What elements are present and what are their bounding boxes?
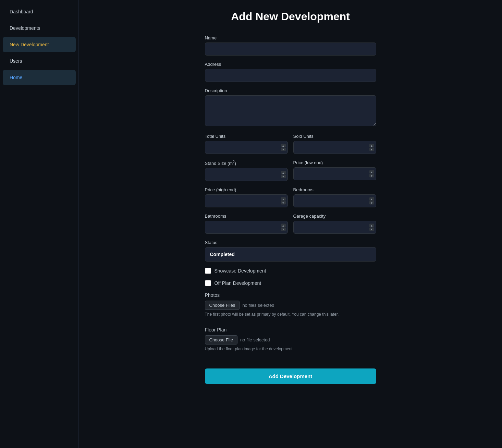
price-low-up[interactable]: ▲: [369, 170, 374, 174]
garage-input[interactable]: [293, 221, 376, 234]
stand-size-group: Stand Size (m2) ▲ ▼: [205, 160, 288, 181]
units-row: Total Units ▲ ▼ Sold Units ▲ ▼: [205, 134, 376, 160]
garage-up[interactable]: ▲: [369, 224, 374, 227]
floorplan-input-row: Choose File no file selected: [205, 335, 376, 344]
photos-input-row: Choose Files no files selected: [205, 301, 376, 310]
price-low-wrapper: ▲ ▼: [293, 167, 376, 180]
bedrooms-group: Bedrooms ▲ ▼: [293, 187, 376, 207]
price-low-down[interactable]: ▼: [369, 174, 374, 178]
stand-size-up[interactable]: ▲: [281, 171, 286, 174]
price-low-input[interactable]: [293, 167, 376, 180]
showcase-checkbox[interactable]: [205, 268, 211, 274]
sidebar-item-developments[interactable]: Developments: [3, 21, 76, 36]
sold-units-down[interactable]: ▼: [369, 148, 374, 151]
add-development-form: Name Address Description Total Units ▲ ▼: [205, 35, 376, 384]
bedrooms-label: Bedrooms: [293, 187, 376, 192]
bathrooms-wrapper: ▲ ▼: [205, 221, 288, 234]
sold-units-up[interactable]: ▲: [369, 144, 374, 147]
bath-garage-row: Bathrooms ▲ ▼ Garage capacity ▲ ▼: [205, 214, 376, 240]
price-high-down[interactable]: ▼: [281, 201, 286, 205]
stand-size-label: Stand Size (m2): [205, 160, 288, 166]
garage-label: Garage capacity: [293, 214, 376, 219]
bathrooms-spinner: ▲ ▼: [281, 224, 286, 231]
sold-units-group: Sold Units ▲ ▼: [293, 134, 376, 154]
sidebar: Dashboard Developments New Development U…: [0, 0, 79, 448]
sidebar-item-new-development[interactable]: New Development: [3, 37, 76, 52]
address-input[interactable]: [205, 69, 376, 82]
bathrooms-group: Bathrooms ▲ ▼: [205, 214, 288, 234]
price-low-label: Price (low end): [293, 160, 376, 165]
sidebar-item-dashboard[interactable]: Dashboard: [3, 4, 76, 19]
bathrooms-input[interactable]: [205, 221, 288, 234]
floorplan-choose-button[interactable]: Choose File: [205, 335, 237, 344]
price-bed-row: Price (high end) ▲ ▼ Bedrooms ▲ ▼: [205, 187, 376, 214]
price-high-label: Price (high end): [205, 187, 288, 192]
offplan-checkbox[interactable]: [205, 280, 211, 286]
total-units-up[interactable]: ▲: [281, 144, 286, 147]
photos-label: Photos: [205, 292, 376, 298]
photos-choose-button[interactable]: Choose Files: [205, 301, 240, 310]
description-input[interactable]: [205, 95, 376, 126]
offplan-label[interactable]: Off Plan Development: [215, 280, 261, 286]
total-units-group: Total Units ▲ ▼: [205, 134, 288, 154]
name-input[interactable]: [205, 43, 376, 56]
bathrooms-label: Bathrooms: [205, 214, 288, 219]
price-low-group: Price (low end) ▲ ▼: [293, 160, 376, 181]
total-units-spinner: ▲ ▼: [281, 144, 286, 151]
sold-units-wrapper: ▲ ▼: [293, 141, 376, 154]
price-high-group: Price (high end) ▲ ▼: [205, 187, 288, 207]
garage-spinner: ▲ ▼: [369, 224, 374, 231]
stand-size-wrapper: ▲ ▼: [205, 168, 288, 181]
price-low-spinner: ▲ ▼: [369, 170, 374, 178]
page-title: Add New Development: [93, 10, 488, 23]
stand-size-input[interactable]: [205, 168, 288, 181]
bedrooms-down[interactable]: ▼: [369, 201, 374, 205]
sold-units-label: Sold Units: [293, 134, 376, 139]
bathrooms-down[interactable]: ▼: [281, 228, 286, 231]
garage-wrapper: ▲ ▼: [293, 221, 376, 234]
price-high-up[interactable]: ▲: [281, 197, 286, 201]
bedrooms-wrapper: ▲ ▼: [293, 194, 376, 207]
price-high-spinner: ▲ ▼: [281, 197, 286, 205]
status-group: Status Completed Ongoing Planned: [205, 240, 376, 262]
sidebar-item-users[interactable]: Users: [3, 53, 76, 69]
total-units-wrapper: ▲ ▼: [205, 141, 288, 154]
bedrooms-up[interactable]: ▲: [369, 197, 374, 201]
status-label: Status: [205, 240, 376, 245]
status-wrapper: Completed Ongoing Planned: [205, 247, 376, 262]
floorplan-section: Floor Plan Choose File no file selected …: [205, 327, 376, 351]
stand-size-spinner: ▲ ▼: [281, 171, 286, 178]
price-high-wrapper: ▲ ▼: [205, 194, 288, 207]
address-label: Address: [205, 62, 376, 67]
sidebar-item-home[interactable]: Home: [3, 70, 76, 85]
price-high-input[interactable]: [205, 194, 288, 207]
floorplan-hint: Upload the floor plan image for the deve…: [205, 347, 376, 351]
address-group: Address: [205, 62, 376, 82]
garage-down[interactable]: ▼: [369, 228, 374, 231]
floorplan-label: Floor Plan: [205, 327, 376, 332]
submit-button[interactable]: Add Development: [205, 368, 376, 384]
total-units-down[interactable]: ▼: [281, 148, 286, 151]
name-group: Name: [205, 35, 376, 56]
photos-section: Photos Choose Files no files selected Th…: [205, 292, 376, 317]
showcase-group: Showcase Development: [205, 268, 376, 274]
size-price-row: Stand Size (m2) ▲ ▼ Price (low end) ▲ ▼: [205, 160, 376, 187]
showcase-label[interactable]: Showcase Development: [215, 268, 266, 274]
description-label: Description: [205, 88, 376, 93]
stand-size-down[interactable]: ▼: [281, 175, 286, 178]
offplan-group: Off Plan Development: [205, 280, 376, 286]
main-content: Add New Development Name Address Descrip…: [79, 0, 502, 448]
photos-hint: The first photo will be set as primary b…: [205, 312, 376, 317]
bedrooms-spinner: ▲ ▼: [369, 197, 374, 205]
sold-units-spinner: ▲ ▼: [369, 144, 374, 151]
description-group: Description: [205, 88, 376, 128]
bathrooms-up[interactable]: ▲: [281, 224, 286, 227]
floorplan-status-text: no file selected: [240, 337, 270, 342]
garage-group: Garage capacity ▲ ▼: [293, 214, 376, 234]
total-units-input[interactable]: [205, 141, 288, 154]
bedrooms-input[interactable]: [293, 194, 376, 207]
status-select[interactable]: Completed Ongoing Planned: [205, 247, 376, 262]
sold-units-input[interactable]: [293, 141, 376, 154]
photos-status-text: no files selected: [242, 303, 274, 308]
total-units-label: Total Units: [205, 134, 288, 139]
